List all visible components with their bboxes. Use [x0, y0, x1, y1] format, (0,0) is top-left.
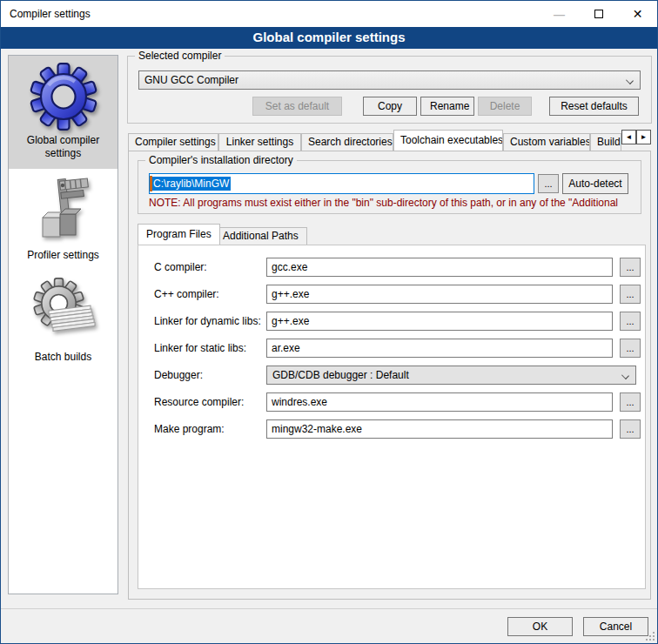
- auto-detect-button[interactable]: Auto-detect: [562, 173, 628, 194]
- close-icon: ✕: [633, 7, 643, 21]
- make-program-input[interactable]: [266, 419, 613, 439]
- cpp-compiler-browse-button[interactable]: ...: [620, 285, 641, 304]
- c-compiler-browse-button[interactable]: ...: [620, 258, 641, 277]
- title-bar: Compiler settings — ✕: [1, 1, 657, 27]
- linker-dynamic-input[interactable]: [266, 312, 613, 331]
- cancel-button[interactable]: Cancel: [583, 617, 648, 636]
- delete-button: Delete: [478, 97, 532, 116]
- bin-subdirectory-note: NOTE: All programs must exist either in …: [149, 197, 639, 209]
- chevron-down-icon: [621, 372, 629, 379]
- minimize-icon: —: [554, 8, 565, 21]
- copy-button[interactable]: Copy: [363, 97, 417, 116]
- arrow-left-icon: ◄: [626, 133, 633, 141]
- debugger-label: Debugger:: [154, 369, 203, 381]
- selected-compiler-group-label: Selected compiler: [135, 50, 225, 62]
- close-button[interactable]: ✕: [618, 2, 657, 27]
- maximize-icon: [594, 10, 603, 18]
- linker-dynamic-row: Linker for dynamic libs: ...: [138, 312, 645, 331]
- compiler-select-value: GNU GCC Compiler: [144, 74, 238, 86]
- sidebar-item-global-compiler-settings[interactable]: Global compiler settings: [9, 56, 118, 169]
- resource-compiler-row: Resource compiler: ...: [138, 392, 645, 412]
- tab-scroll-right-button[interactable]: ►: [636, 130, 651, 144]
- tab-search-directories[interactable]: Search directories: [301, 133, 393, 151]
- make-program-label: Make program:: [154, 423, 225, 435]
- page-title: Global compiler settings: [1, 27, 657, 49]
- maximize-button[interactable]: [579, 2, 618, 27]
- dialog-footer: OK Cancel: [1, 608, 657, 643]
- window-title: Compiler settings: [1, 8, 540, 20]
- compiler-select[interactable]: GNU GCC Compiler: [138, 70, 641, 90]
- sidebar-item-profiler-settings[interactable]: Profiler settings: [9, 169, 118, 271]
- cpp-compiler-label: C++ compiler:: [154, 288, 219, 300]
- cpp-compiler-row: C++ compiler: ...: [138, 285, 645, 304]
- chevron-down-icon: [626, 77, 634, 84]
- compiler-settings-dialog: Compiler settings — ✕ Global compiler se…: [0, 0, 658, 644]
- resource-compiler-label: Resource compiler:: [154, 396, 244, 408]
- c-compiler-input[interactable]: [266, 258, 613, 277]
- c-compiler-label: C compiler:: [154, 261, 207, 273]
- c-compiler-row: C compiler: ...: [138, 258, 645, 277]
- subtab-additional-paths[interactable]: Additional Paths: [214, 227, 307, 245]
- ok-button[interactable]: OK: [507, 617, 573, 636]
- cpp-compiler-input[interactable]: [266, 285, 613, 304]
- caliper-icon: [32, 176, 95, 245]
- installation-directory-value: C:\raylib\MinGW: [152, 177, 231, 191]
- debugger-row: Debugger: GDB/CDB debugger : Default: [138, 366, 645, 385]
- sidebar-item-label: Global compiler settings: [12, 134, 114, 160]
- sidebar-item-batch-builds[interactable]: Batch builds: [9, 271, 118, 372]
- settings-category-list: Global compiler settings: [8, 55, 118, 594]
- sidebar-item-label: Batch builds: [12, 351, 114, 364]
- tab-scroll-left-button[interactable]: ◄: [621, 130, 636, 144]
- tab-toolchain-executables[interactable]: Toolchain executables: [393, 130, 503, 151]
- installation-directory-browse-button[interactable]: ...: [538, 174, 559, 193]
- debugger-select[interactable]: GDB/CDB debugger : Default: [266, 366, 636, 385]
- blue-gear-icon: [30, 63, 97, 131]
- installation-directory-group: Compiler's installation directory C:\ray…: [138, 160, 641, 214]
- tab-custom-variables[interactable]: Custom variables: [503, 133, 590, 151]
- rename-button[interactable]: Rename: [420, 97, 474, 116]
- linker-dynamic-browse-button[interactable]: ...: [620, 312, 641, 331]
- subtab-program-files[interactable]: Program Files: [138, 224, 220, 245]
- make-program-row: Make program: ...: [138, 419, 645, 439]
- debugger-select-value: GDB/CDB debugger : Default: [272, 369, 409, 381]
- installation-directory-input[interactable]: C:\raylib\MinGW: [149, 173, 534, 194]
- linker-static-label: Linker for static libs:: [154, 342, 246, 354]
- installation-directory-group-label: Compiler's installation directory: [145, 154, 297, 166]
- tab-compiler-settings[interactable]: Compiler settings: [128, 133, 218, 151]
- linker-static-input[interactable]: [266, 339, 613, 358]
- reset-defaults-button[interactable]: Reset defaults: [549, 97, 639, 116]
- main-area: Global compiler settings: [1, 49, 657, 610]
- sidebar-item-label: Profiler settings: [12, 249, 114, 262]
- toolchain-executables-page: Compiler's installation directory C:\ray…: [128, 151, 651, 600]
- program-files-page: C compiler: ... C++ compiler: ... Linker…: [138, 245, 646, 589]
- linker-static-row: Linker for static libs: ...: [138, 339, 645, 358]
- tab-linker-settings[interactable]: Linker settings: [218, 133, 301, 151]
- resource-compiler-browse-button[interactable]: ...: [620, 392, 641, 412]
- make-program-browse-button[interactable]: ...: [620, 419, 641, 439]
- resize-grip[interactable]: [646, 632, 655, 641]
- linker-static-browse-button[interactable]: ...: [620, 339, 641, 358]
- linker-dynamic-label: Linker for dynamic libs:: [154, 315, 261, 327]
- resource-compiler-input[interactable]: [266, 392, 613, 412]
- gear-stack-icon: [30, 278, 97, 347]
- tab-build-options[interactable]: Build: [590, 133, 621, 151]
- settings-tab-bar: Compiler settings Linker settings Search…: [128, 130, 651, 151]
- minimize-button[interactable]: —: [540, 2, 579, 27]
- compiler-buttons-row: Set as default Copy Rename Delete Reset …: [252, 97, 639, 116]
- set-as-default-button: Set as default: [252, 97, 342, 116]
- selected-compiler-group: Selected compiler GNU GCC Compiler Set a…: [127, 56, 652, 124]
- arrow-right-icon: ►: [641, 133, 648, 141]
